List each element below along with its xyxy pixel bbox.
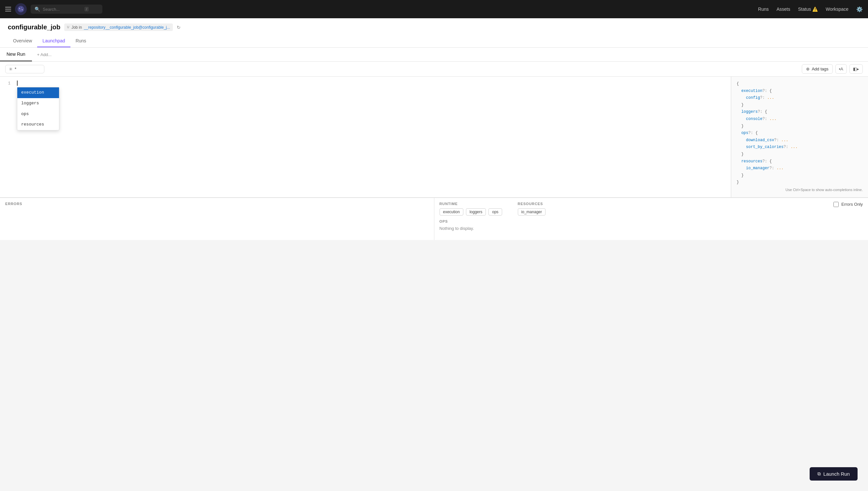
schema-hint: Use Ctrl+Space to show auto-completions …: [785, 187, 863, 193]
schema-line-sort-by-calories: sort_by_calories?: ...: [736, 144, 863, 151]
tag-input[interactable]: [15, 66, 28, 71]
page-title: configurable_job: [8, 24, 60, 31]
ops-section: OPS Nothing to display.: [439, 220, 863, 231]
schema-line-execution: execution?: {: [736, 88, 863, 95]
resources-chips: io_manager: [518, 208, 546, 215]
star-icon: ✳: [9, 66, 13, 72]
errors-only-section: Errors Only: [834, 202, 863, 215]
tab-runs[interactable]: Runs: [70, 35, 92, 47]
autocomplete-item-execution[interactable]: execution: [17, 87, 59, 98]
editor-wrapper: ✳ ⊕ Add tags ▪A ◧▸ 1: [0, 62, 868, 198]
svg-point-3: [20, 10, 21, 11]
run-tabs-row: New Run + Add...: [0, 48, 868, 62]
job-badge: ⑂ Job in __repository__configurable_job@…: [64, 24, 173, 31]
schema-line-resources: resources?: {: [736, 158, 863, 165]
add-tags-label: Add tags: [812, 66, 828, 71]
plus-icon: ⊕: [806, 66, 810, 71]
svg-point-1: [19, 8, 20, 9]
tag-input-area[interactable]: ✳: [5, 65, 45, 74]
svg-point-4: [22, 9, 23, 10]
split-icon: ◧▸: [853, 66, 859, 71]
page-title-row: configurable_job ⑂ Job in __repository__…: [8, 24, 860, 31]
ops-nothing-text: Nothing to display.: [439, 226, 863, 231]
errors-panel: ERRORS: [0, 198, 434, 240]
text-cursor: [17, 81, 18, 86]
status-link[interactable]: Status ⚠️: [798, 6, 818, 12]
autocomplete-item-ops[interactable]: ops: [17, 109, 59, 120]
schema-line-execution-close: }: [736, 102, 863, 109]
schema-line-loggers-close: }: [736, 123, 863, 130]
search-icon: 🔍: [34, 6, 40, 12]
errors-only-label[interactable]: Errors Only: [841, 202, 863, 207]
job-badge-text: Job in: [71, 25, 82, 30]
bottom-panels: ERRORS RUNTIME execution loggers ops RES…: [0, 198, 868, 240]
cursor-line: [17, 81, 727, 86]
schema-line-resources-close: }: [736, 172, 863, 179]
editor-toolbar: ✳ ⊕ Add tags ▪A ◧▸: [0, 62, 868, 77]
ops-label: OPS: [439, 220, 863, 223]
schema-line-ops: ops?: {: [736, 130, 863, 137]
editor-split: 1 execution loggers ops resources: [0, 77, 868, 197]
autocomplete-dropdown[interactable]: execution loggers ops resources: [17, 87, 59, 131]
job-link[interactable]: __repository__configurable_job@configura…: [84, 25, 170, 30]
top-navigation: 🔍 / Runs Assets Status ⚠️ Workspace ⚙️: [0, 0, 868, 18]
schema-line-console: console?: ...: [736, 116, 863, 123]
page-tabs: Overview Launchpad Runs: [8, 35, 860, 47]
errors-label: ERRORS: [5, 202, 429, 206]
resources-section: RESOURCES io_manager: [518, 202, 546, 215]
schema-panel: { execution?: { config?: ... } loggers?:…: [731, 77, 868, 197]
add-tab[interactable]: + Add...: [32, 48, 57, 61]
gear-icon[interactable]: ⚙️: [856, 6, 863, 12]
assets-link[interactable]: Assets: [777, 6, 790, 12]
runs-link[interactable]: Runs: [758, 6, 769, 12]
chip-ops[interactable]: ops: [488, 208, 502, 215]
chip-loggers[interactable]: loggers: [466, 208, 486, 215]
resources-label: RESOURCES: [518, 202, 546, 206]
page-header: configurable_job ⑂ Job in __repository__…: [0, 18, 868, 48]
autocomplete-item-loggers[interactable]: loggers: [17, 98, 59, 109]
tab-overview[interactable]: Overview: [8, 35, 37, 47]
hamburger-menu[interactable]: [5, 7, 11, 11]
font-size-button[interactable]: ▪A: [835, 64, 847, 74]
warning-icon: ⚠️: [812, 6, 818, 12]
status-label: Status: [798, 6, 811, 12]
runtime-chips: execution loggers ops: [439, 208, 502, 215]
schema-line-ops-close: }: [736, 151, 863, 158]
editor-content[interactable]: execution loggers ops resources: [0, 77, 731, 90]
autocomplete-item-resources[interactable]: resources: [17, 119, 59, 130]
runtime-panel: RUNTIME execution loggers ops RESOURCES …: [434, 198, 868, 240]
nav-links: Runs Assets Status ⚠️ Workspace ⚙️: [758, 6, 863, 12]
workspace-link[interactable]: Workspace: [826, 6, 848, 12]
tab-launchpad[interactable]: Launchpad: [37, 35, 70, 47]
refresh-icon[interactable]: ↻: [177, 25, 181, 30]
split-view-button[interactable]: ◧▸: [849, 64, 863, 74]
schema-line-io-manager: io_manager?: ...: [736, 165, 863, 172]
job-badge-icon: ⑂: [67, 25, 69, 30]
chip-execution[interactable]: execution: [439, 208, 463, 215]
add-tags-button[interactable]: ⊕ Add tags: [802, 64, 833, 74]
chip-io-manager[interactable]: io_manager: [518, 208, 546, 215]
svg-point-0: [18, 6, 24, 12]
code-editor[interactable]: 1 execution loggers ops resources: [0, 77, 731, 197]
search-input[interactable]: [43, 7, 82, 12]
runtime-section: RUNTIME execution loggers ops: [439, 202, 502, 215]
search-bar[interactable]: 🔍 /: [31, 5, 103, 14]
schema-line-download-csv: download_csv?: ...: [736, 137, 863, 144]
schema-line-config: config?: ...: [736, 94, 863, 102]
svg-point-2: [21, 7, 22, 8]
runtime-top: RUNTIME execution loggers ops RESOURCES …: [439, 202, 863, 215]
font-icon: ▪A: [839, 66, 843, 71]
runtime-label: RUNTIME: [439, 202, 502, 206]
content-area: New Run + Add... ✳ ⊕ Add tags ▪A ◧▸: [0, 48, 868, 240]
schema-line-open-brace: {: [736, 81, 863, 88]
app-logo: [15, 3, 27, 15]
schema-line-close-brace: }: [736, 179, 863, 186]
errors-only-checkbox[interactable]: [834, 202, 839, 207]
schema-line-loggers: loggers?: {: [736, 109, 863, 116]
search-shortcut: /: [84, 7, 89, 11]
new-run-tab[interactable]: New Run: [0, 48, 32, 61]
